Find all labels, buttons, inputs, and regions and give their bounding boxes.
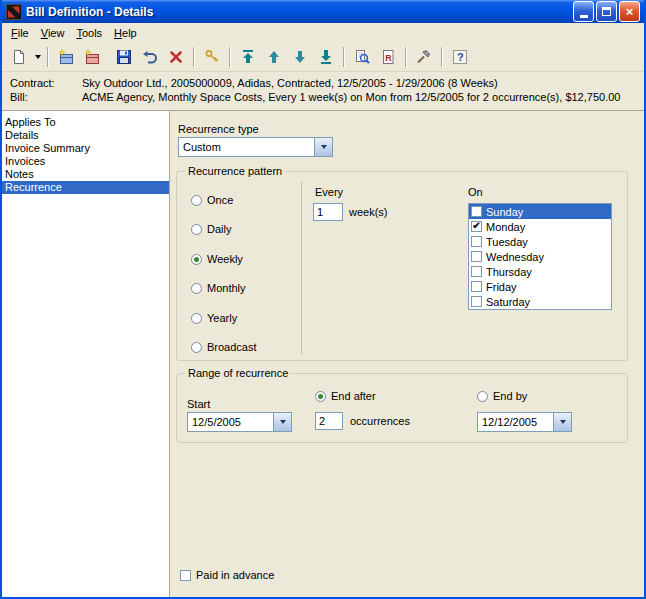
- checkbox-icon: [180, 570, 191, 581]
- range-of-recurrence-group: Range of recurrence Start 12/5/2005 End …: [176, 373, 628, 443]
- day-row-wednesday[interactable]: Wednesday: [469, 249, 611, 264]
- menu-file[interactable]: File: [5, 25, 35, 41]
- sidebar-item-invoices[interactable]: Invoices: [2, 155, 169, 168]
- move-up-button[interactable]: [261, 44, 287, 70]
- divider: [301, 182, 302, 354]
- toolbar: R ?: [2, 42, 644, 72]
- chevron-down-icon[interactable]: [553, 413, 571, 431]
- day-label: Sunday: [486, 206, 523, 218]
- contract-row: Contract: Sky Outdoor Ltd., 2005000009, …: [10, 76, 636, 90]
- day-label: Tuesday: [486, 236, 528, 248]
- tools-button[interactable]: [411, 44, 437, 70]
- new-dropdown-arrow[interactable]: [32, 45, 43, 69]
- chevron-down-icon[interactable]: [314, 138, 332, 156]
- day-row-tuesday[interactable]: Tuesday: [469, 234, 611, 249]
- radio-selected-icon: [315, 391, 326, 402]
- day-row-sunday[interactable]: Sunday: [469, 204, 611, 219]
- move-down-button[interactable]: [287, 44, 313, 70]
- days-list: Sunday Monday Tuesday Wednesday: [468, 203, 612, 310]
- help-button[interactable]: ?: [447, 44, 473, 70]
- checkbox-icon[interactable]: [471, 266, 482, 277]
- open-button[interactable]: [53, 44, 79, 70]
- checkbox-icon[interactable]: [471, 281, 482, 292]
- radio-yearly[interactable]: Yearly: [191, 312, 237, 324]
- move-bottom-button[interactable]: [313, 44, 339, 70]
- report-button[interactable]: R: [375, 44, 401, 70]
- menu-view[interactable]: View: [35, 25, 71, 41]
- chevron-down-icon[interactable]: [273, 413, 291, 431]
- radio-broadcast[interactable]: Broadcast: [191, 341, 257, 353]
- help-icon: ?: [452, 49, 468, 65]
- move-bottom-icon: [318, 49, 334, 65]
- start-date-select[interactable]: 12/5/2005: [187, 412, 292, 432]
- checkbox-icon[interactable]: [471, 206, 482, 217]
- app-icon: [6, 4, 22, 20]
- maximize-icon: [602, 7, 611, 16]
- radio-end-by[interactable]: End by: [477, 390, 527, 402]
- minimize-button[interactable]: [573, 1, 594, 22]
- undo-button[interactable]: [137, 44, 163, 70]
- checkbox-icon[interactable]: [471, 296, 482, 307]
- day-row-friday[interactable]: Friday: [469, 279, 611, 294]
- sidebar-item-notes[interactable]: Notes: [2, 168, 169, 181]
- contract-label: Contract:: [10, 76, 82, 90]
- save-button[interactable]: [111, 44, 137, 70]
- weeks-unit-label: week(s): [349, 206, 388, 218]
- application-window: Bill Definition - Details × File View To…: [0, 0, 646, 599]
- titlebar[interactable]: Bill Definition - Details ×: [2, 0, 644, 23]
- checkbox-checked-icon[interactable]: [471, 221, 482, 232]
- day-row-saturday[interactable]: Saturday: [469, 294, 611, 309]
- radio-icon: [477, 391, 488, 402]
- recurrence-type-select[interactable]: Custom: [178, 137, 333, 157]
- radio-daily[interactable]: Daily: [191, 223, 231, 235]
- new-record-button[interactable]: [79, 44, 105, 70]
- sidebar-item-recurrence[interactable]: Recurrence: [2, 181, 169, 194]
- contract-value: Sky Outdoor Ltd., 2005000009, Adidas, Co…: [82, 76, 636, 90]
- day-label: Wednesday: [486, 251, 544, 263]
- radio-weekly[interactable]: Weekly: [191, 253, 243, 265]
- bill-label: Bill:: [10, 90, 82, 104]
- occurrences-input[interactable]: [315, 412, 343, 430]
- radio-once[interactable]: Once: [191, 194, 233, 206]
- checkbox-icon[interactable]: [471, 251, 482, 262]
- find-button[interactable]: [349, 44, 375, 70]
- on-label: On: [468, 186, 483, 198]
- every-weeks-input[interactable]: [313, 203, 343, 221]
- day-row-thursday[interactable]: Thursday: [469, 264, 611, 279]
- radio-icon: [191, 342, 202, 353]
- start-date-value: 12/5/2005: [188, 413, 273, 431]
- find-icon: [354, 49, 370, 65]
- menu-bar: File View Tools Help: [2, 23, 644, 42]
- radio-selected-icon: [191, 254, 202, 265]
- svg-text:R: R: [385, 52, 392, 62]
- record-info-panel: Contract: Sky Outdoor Ltd., 2005000009, …: [2, 72, 644, 111]
- day-row-monday[interactable]: Monday: [469, 219, 611, 234]
- menu-tools[interactable]: Tools: [70, 25, 108, 41]
- close-button[interactable]: ×: [619, 1, 640, 22]
- paid-in-advance-checkbox[interactable]: Paid in advance: [180, 569, 274, 581]
- menu-help[interactable]: Help: [108, 25, 143, 41]
- svg-text:?: ?: [457, 51, 464, 63]
- every-label: Every: [315, 186, 343, 198]
- end-by-date-select[interactable]: 12/12/2005: [477, 412, 572, 432]
- move-top-button[interactable]: [235, 44, 261, 70]
- sidebar-item-details[interactable]: Details: [2, 129, 169, 142]
- new-button[interactable]: [6, 44, 32, 70]
- day-label: Monday: [486, 221, 525, 233]
- checkbox-icon[interactable]: [471, 236, 482, 247]
- bill-value: ACME Agency, Monthly Space Costs, Every …: [82, 90, 636, 104]
- radio-end-after[interactable]: End after: [315, 390, 376, 402]
- sidebar-item-applies-to[interactable]: Applies To: [2, 116, 169, 129]
- sidebar-item-invoice-summary[interactable]: Invoice Summary: [2, 142, 169, 155]
- day-label: Saturday: [486, 296, 530, 308]
- toolbar-separator: [441, 47, 443, 67]
- radio-monthly[interactable]: Monthly: [191, 282, 246, 294]
- minimize-icon: [580, 15, 588, 18]
- delete-button[interactable]: [163, 44, 189, 70]
- keys-button[interactable]: [199, 44, 225, 70]
- new-record-icon: [84, 49, 100, 65]
- toolbar-separator: [193, 47, 195, 67]
- toolbar-separator: [47, 47, 49, 67]
- recurrence-type-label: Recurrence type: [178, 123, 259, 135]
- maximize-button[interactable]: [596, 1, 617, 22]
